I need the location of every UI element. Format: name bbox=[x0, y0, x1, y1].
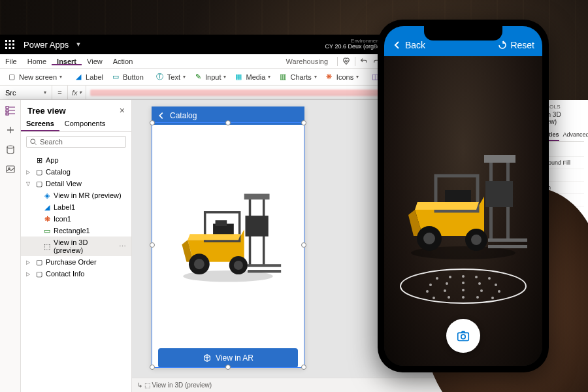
tab-advanced[interactable]: Advanced bbox=[563, 129, 588, 141]
resize-handle[interactable] bbox=[225, 120, 231, 125]
app-launcher-icon[interactable] bbox=[0, 35, 20, 54]
menu-file[interactable]: File bbox=[0, 57, 22, 65]
svg-rect-61 bbox=[458, 333, 469, 340]
svg-rect-53 bbox=[485, 181, 513, 207]
chevron-down-icon[interactable]: ▼ bbox=[73, 41, 81, 48]
tab-screens[interactable]: Screens bbox=[21, 117, 59, 131]
zoom-slider[interactable] bbox=[497, 384, 549, 386]
resize-handle[interactable] bbox=[301, 120, 306, 125]
more-icon: ⋯ bbox=[119, 242, 126, 251]
svg-point-41 bbox=[462, 289, 465, 291]
svg-rect-2 bbox=[12, 40, 14, 42]
tree-node-icon1[interactable]: ❋Icon1 bbox=[21, 213, 131, 225]
menu-bar: File Home Insert View Action Warehousing bbox=[0, 54, 387, 69]
formula-bar: Src▾ = fx▾ bbox=[0, 86, 387, 100]
data-pane-icon[interactable] bbox=[5, 144, 16, 155]
media-pane-icon[interactable] bbox=[5, 164, 16, 174]
menu-action[interactable]: Action bbox=[108, 57, 139, 65]
tree-search-input[interactable]: Search bbox=[26, 136, 126, 148]
svg-point-31 bbox=[462, 275, 465, 278]
ar-camera-view[interactable] bbox=[384, 56, 542, 366]
tree-node-view-mr[interactable]: ◈View in MR (preview) bbox=[21, 189, 131, 201]
tree-node-purchase[interactable]: ▷▢Purchase Order bbox=[21, 256, 131, 268]
media-dropdown[interactable]: ▦Media▾ bbox=[231, 71, 274, 83]
app-header: Power Apps ▼ Environment CY 20.6 Deux (o… bbox=[0, 35, 387, 54]
svg-rect-4 bbox=[9, 44, 11, 46]
tree-title: Tree view bbox=[27, 106, 66, 116]
phone-reset-button[interactable]: Reset bbox=[497, 40, 534, 50]
zoom-value: 40 bbox=[558, 382, 565, 389]
svg-point-39 bbox=[426, 290, 429, 293]
svg-rect-10 bbox=[6, 110, 8, 112]
selected-indicator[interactable]: ↳ ⬚ View in 3D (preview) bbox=[137, 382, 212, 389]
resize-handle[interactable] bbox=[150, 365, 155, 370]
svg-point-46 bbox=[462, 296, 465, 299]
phone-notch bbox=[424, 26, 502, 41]
button-button[interactable]: ▭Button bbox=[108, 71, 147, 83]
close-icon[interactable]: × bbox=[120, 105, 125, 116]
svg-point-58 bbox=[423, 233, 435, 244]
svg-rect-8 bbox=[12, 47, 14, 49]
svg-point-47 bbox=[476, 296, 479, 299]
icons-dropdown[interactable]: ❋Icons▾ bbox=[321, 71, 362, 83]
tree-view-icon[interactable] bbox=[5, 105, 16, 116]
label-button[interactable]: ◢Label bbox=[71, 71, 106, 83]
svg-point-44 bbox=[433, 297, 435, 299]
new-screen-button[interactable]: ▢New screen▾ bbox=[4, 71, 65, 83]
tree-node-detail[interactable]: ▽▢Detail View bbox=[21, 178, 131, 189]
svg-point-12 bbox=[7, 146, 14, 148]
svg-point-35 bbox=[446, 282, 448, 285]
svg-point-43 bbox=[498, 290, 500, 293]
resize-handle[interactable] bbox=[150, 120, 155, 125]
svg-point-45 bbox=[448, 296, 450, 299]
svg-point-29 bbox=[436, 277, 438, 280]
input-dropdown[interactable]: ✎Input▾ bbox=[190, 71, 229, 83]
app-title-text[interactable]: Warehousing bbox=[281, 57, 333, 65]
svg-rect-7 bbox=[9, 47, 11, 49]
menu-view[interactable]: View bbox=[82, 57, 108, 65]
insert-pane-icon[interactable] bbox=[5, 125, 16, 135]
app-name: Power Apps bbox=[20, 40, 73, 50]
svg-point-15 bbox=[31, 139, 35, 144]
svg-rect-0 bbox=[5, 40, 7, 42]
svg-rect-1 bbox=[9, 40, 11, 42]
formula-input[interactable] bbox=[90, 90, 383, 96]
zoom-in-button[interactable]: + bbox=[551, 382, 555, 389]
tree-node-contact[interactable]: ▷▢Contact Info bbox=[21, 268, 131, 280]
back-arrow-icon bbox=[157, 111, 166, 120]
camera-shutter-button[interactable] bbox=[446, 319, 480, 353]
tab-components[interactable]: Components bbox=[59, 117, 110, 131]
health-icon[interactable] bbox=[342, 57, 351, 66]
tree-node-rectangle1[interactable]: ▭Rectangle1 bbox=[21, 225, 131, 237]
resize-handle[interactable] bbox=[301, 242, 306, 248]
charts-dropdown[interactable]: ▥Charts▾ bbox=[275, 71, 319, 83]
svg-rect-5 bbox=[12, 44, 14, 46]
zoom-out-button[interactable]: − bbox=[490, 382, 494, 389]
svg-rect-52 bbox=[484, 155, 515, 163]
tree-node-view3d[interactable]: ⬚View in 3D (preview)⋯ bbox=[21, 237, 131, 256]
svg-rect-11 bbox=[6, 113, 8, 115]
resize-handle[interactable] bbox=[301, 365, 306, 370]
svg-point-38 bbox=[495, 284, 497, 286]
svg-point-48 bbox=[491, 297, 494, 299]
menu-home[interactable]: Home bbox=[22, 57, 52, 65]
tree-node-label1[interactable]: ◢Label1 bbox=[21, 201, 131, 213]
resize-handle[interactable] bbox=[150, 242, 155, 248]
svg-point-37 bbox=[478, 282, 481, 285]
tree-node-app[interactable]: ⊞App bbox=[21, 154, 131, 166]
left-rail bbox=[0, 100, 21, 392]
insert-ribbon: ▢New screen▾ ◢Label ▭Button ⓉText▾ ✎Inpu… bbox=[0, 69, 387, 86]
text-dropdown[interactable]: ⓉText▾ bbox=[152, 71, 189, 83]
svg-rect-55 bbox=[488, 245, 527, 248]
svg-point-62 bbox=[461, 335, 465, 338]
svg-rect-3 bbox=[5, 44, 7, 46]
tree-node-catalog[interactable]: ▷▢Catalog bbox=[21, 166, 131, 178]
menu-insert[interactable]: Insert bbox=[52, 57, 82, 65]
fit-screen-icon[interactable]: ⛶ bbox=[576, 382, 583, 389]
resize-handle[interactable] bbox=[225, 365, 231, 370]
svg-rect-9 bbox=[6, 106, 8, 108]
undo-icon[interactable] bbox=[359, 57, 368, 66]
svg-point-42 bbox=[480, 289, 483, 292]
phone-back-button[interactable]: Back bbox=[392, 40, 425, 50]
property-selector[interactable]: Src▾ bbox=[0, 86, 52, 99]
